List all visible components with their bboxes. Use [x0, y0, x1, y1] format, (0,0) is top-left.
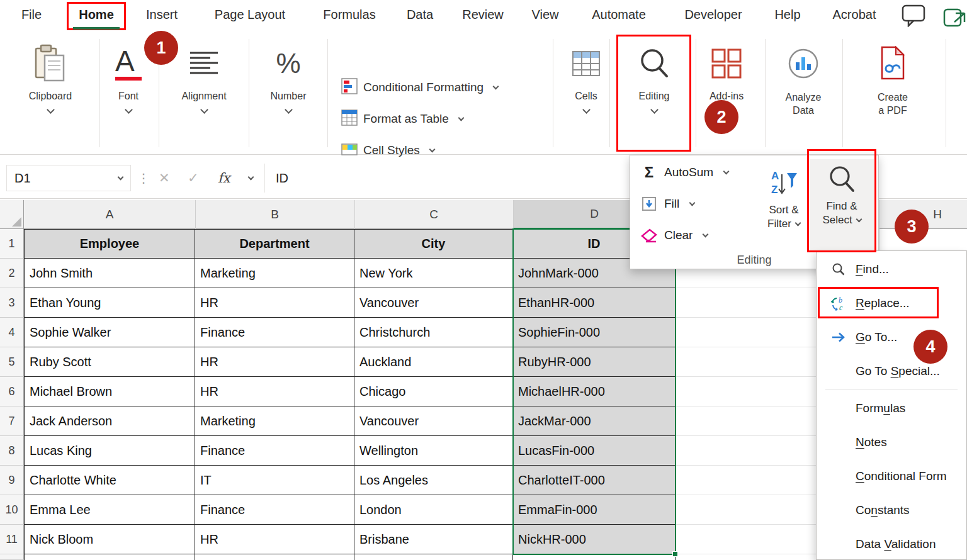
tab-home[interactable]: Home: [79, 8, 114, 22]
menu-item-find[interactable]: Find...: [817, 252, 966, 286]
table-cell[interactable]: Auckland: [354, 347, 513, 377]
tab-view[interactable]: View: [532, 8, 559, 22]
menu-item-go-to-special[interactable]: Go To Special...: [817, 354, 966, 388]
create-pdf-button[interactable]: Create a PDF: [868, 36, 918, 117]
table-cell[interactable]: Los Angeles: [354, 466, 513, 495]
format-as-table-button[interactable]: Format as Table: [341, 108, 463, 130]
cancel-icon[interactable]: ✕: [159, 165, 170, 191]
number-group-button[interactable]: % Number: [258, 36, 319, 113]
table-cell[interactable]: JackMar-000: [513, 406, 676, 436]
row-header-3[interactable]: 3: [0, 288, 24, 318]
formula-input[interactable]: ID: [276, 165, 288, 191]
table-cell[interactable]: EthanHR-000: [513, 288, 676, 318]
table-header-cell[interactable]: City: [354, 229, 513, 259]
row-header-8[interactable]: 8: [0, 436, 24, 466]
conditional-formatting-button[interactable]: Conditional Formatting: [341, 77, 498, 98]
insert-function-icon[interactable]: fx: [218, 165, 230, 191]
tab-page-layout[interactable]: Page Layout: [215, 8, 285, 22]
table-cell[interactable]: NickHR-000: [513, 525, 676, 554]
menu-item-notes[interactable]: Notes: [817, 425, 966, 459]
tab-file[interactable]: File: [21, 8, 42, 22]
fill-button[interactable]: Fill: [640, 192, 694, 216]
tab-acrobat[interactable]: Acrobat: [833, 8, 876, 22]
table-cell[interactable]: Wellington: [354, 436, 513, 466]
table-cell[interactable]: HR: [195, 288, 354, 318]
tab-insert[interactable]: Insert: [146, 8, 178, 22]
tab-help[interactable]: Help: [774, 8, 800, 22]
table-cell[interactable]: MichaelHR-000: [513, 377, 676, 406]
menu-item-constants[interactable]: Constants: [817, 493, 966, 527]
share-icon[interactable]: [943, 3, 967, 31]
table-cell[interactable]: Charlotte White: [24, 466, 195, 495]
table-cell[interactable]: CharlotteIT-000: [513, 466, 676, 495]
table-header-cell[interactable]: Employee: [24, 229, 195, 259]
enter-icon[interactable]: ✓: [188, 165, 199, 191]
row-header-2[interactable]: 2: [0, 259, 24, 288]
table-cell[interactable]: Emma Lee: [24, 495, 195, 525]
tab-developer[interactable]: Developer: [684, 8, 742, 22]
table-cell[interactable]: Ruby Scott: [24, 347, 195, 377]
menu-item-conditional-form[interactable]: Conditional Form: [817, 459, 966, 493]
find-select-button[interactable]: Find & Select: [810, 159, 874, 251]
table-cell[interactable]: Michael Brown: [24, 377, 195, 406]
row-header-11[interactable]: 11: [0, 525, 24, 554]
table-cell[interactable]: Chicago: [354, 377, 513, 406]
row-header-1[interactable]: 1: [0, 229, 24, 259]
menu-item-formulas[interactable]: Formulas: [817, 391, 966, 425]
column-header-A[interactable]: A: [24, 200, 195, 229]
table-header-cell[interactable]: Department: [195, 229, 354, 259]
table-cell[interactable]: Vancouver: [354, 406, 513, 436]
sort-filter-button[interactable]: AZ Sort & Filter: [757, 163, 810, 247]
table-cell[interactable]: RubyHR-000: [513, 347, 676, 377]
addins-button[interactable]: Add-ins: [704, 36, 749, 102]
column-header-C[interactable]: C: [354, 200, 513, 229]
table-cell[interactable]: Vancouver: [354, 288, 513, 318]
comment-icon[interactable]: [902, 4, 925, 30]
alignment-group-button[interactable]: Alignment: [167, 36, 240, 113]
row-header-10[interactable]: 10: [0, 495, 24, 525]
table-cell[interactable]: HR: [195, 525, 354, 554]
table-cell[interactable]: Finance: [195, 318, 354, 347]
tab-formulas[interactable]: Formulas: [323, 8, 375, 22]
column-header-B[interactable]: B: [195, 200, 354, 229]
table-cell[interactable]: IT: [195, 466, 354, 495]
table-cell[interactable]: Marketing: [195, 406, 354, 436]
table-cell[interactable]: Finance: [195, 436, 354, 466]
analyze-data-button[interactable]: Analyze Data: [778, 36, 828, 117]
table-cell[interactable]: Nick Bloom: [24, 525, 195, 554]
fill-handle[interactable]: [672, 551, 678, 557]
menu-item-data-validation[interactable]: Data Validation: [817, 527, 966, 560]
table-cell[interactable]: New York: [354, 259, 513, 288]
row-header-5[interactable]: 5: [0, 347, 24, 377]
table-cell[interactable]: John Smith: [24, 259, 195, 288]
clear-button[interactable]: Clear: [640, 223, 708, 247]
row-header-9[interactable]: 9: [0, 466, 24, 495]
autosum-button[interactable]: Σ AutoSum: [640, 160, 728, 184]
editing-group-button[interactable]: Editing: [621, 36, 687, 113]
table-cell[interactable]: Ethan Young: [24, 288, 195, 318]
table-cell[interactable]: HR: [195, 377, 354, 406]
row-header-7[interactable]: 7: [0, 406, 24, 436]
table-cell[interactable]: Jack Anderson: [24, 406, 195, 436]
tab-automate[interactable]: Automate: [592, 8, 646, 22]
table-cell[interactable]: Christchurch: [354, 318, 513, 347]
select-all-corner[interactable]: [0, 200, 24, 229]
table-cell[interactable]: London: [354, 495, 513, 525]
table-cell[interactable]: Lucas King: [24, 436, 195, 466]
table-cell[interactable]: HR: [195, 347, 354, 377]
cells-group-button[interactable]: Cells: [565, 36, 607, 113]
table-cell[interactable]: Sophie Walker: [24, 318, 195, 347]
clipboard-group-button[interactable]: Clipboard: [19, 36, 82, 113]
table-cell[interactable]: LucasFin-000: [513, 436, 676, 466]
name-box[interactable]: D1: [6, 165, 131, 191]
table-cell[interactable]: Marketing: [195, 259, 354, 288]
row-header-4[interactable]: 4: [0, 318, 24, 347]
table-cell[interactable]: Brisbane: [354, 525, 513, 554]
table-cell[interactable]: SophieFin-000: [513, 318, 676, 347]
row-header-6[interactable]: 6: [0, 377, 24, 406]
tab-data[interactable]: Data: [407, 8, 433, 22]
tab-review[interactable]: Review: [462, 8, 504, 22]
table-cell[interactable]: EmmaFin-000: [513, 495, 676, 525]
menu-item-replace[interactable]: bcReplace...: [817, 286, 966, 320]
table-cell[interactable]: Finance: [195, 495, 354, 525]
